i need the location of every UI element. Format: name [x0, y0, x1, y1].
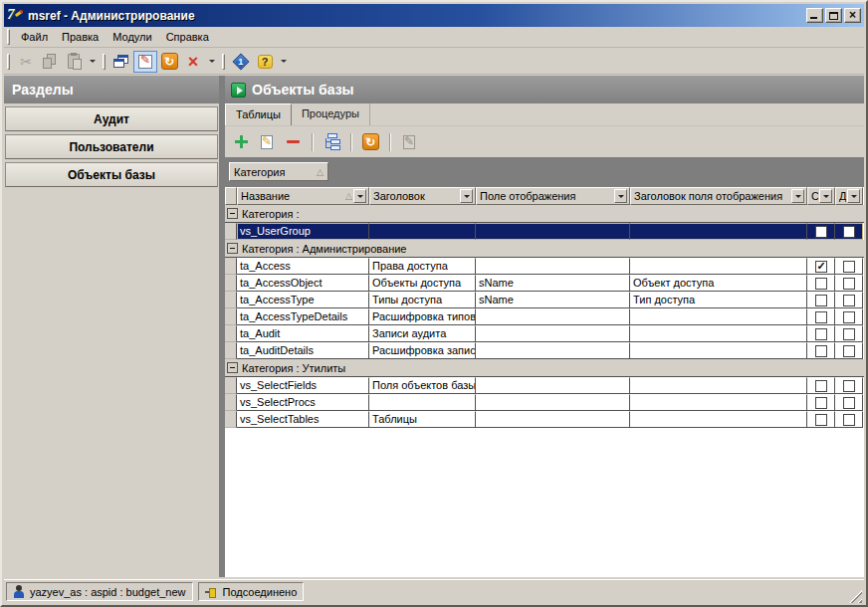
filter-dropdown-icon[interactable]	[847, 189, 860, 203]
cell-check-c	[807, 308, 835, 325]
table-row[interactable]: ta_Audit Записи аудита	[225, 325, 864, 342]
toolbar-grip[interactable]	[7, 54, 10, 70]
filter-dropdown-icon[interactable]	[614, 189, 627, 203]
cut-button[interactable]: ✂	[14, 51, 38, 73]
filter-dropdown-icon[interactable]	[353, 189, 366, 203]
checkbox[interactable]	[815, 414, 827, 426]
checkbox[interactable]	[843, 328, 855, 340]
cell-check-c	[807, 223, 835, 240]
table-row[interactable]: vs_SelectTables Таблицы	[225, 411, 864, 428]
checkbox[interactable]	[843, 380, 855, 392]
column-header-d[interactable]: Д	[835, 187, 863, 205]
cell-display-field	[476, 258, 630, 275]
checkbox[interactable]	[815, 311, 827, 323]
table-row[interactable]: ta_AuditDetails Расшифровка записей	[225, 342, 864, 359]
cell-check-c	[807, 377, 835, 394]
menu-item-help[interactable]: Справка	[159, 28, 216, 46]
close-button[interactable]: ×	[844, 8, 861, 23]
checkbox[interactable]	[815, 278, 827, 290]
table-row[interactable]: ta_AccessTypeDetails Расшифровка типов	[225, 308, 864, 325]
cell-display-field: sName	[476, 292, 630, 308]
checkbox[interactable]	[815, 295, 827, 306]
checkbox[interactable]	[843, 226, 855, 238]
toolbar-grip[interactable]	[222, 54, 225, 70]
add-button[interactable]	[229, 131, 253, 153]
checkbox[interactable]	[815, 380, 827, 392]
cascade-windows-button[interactable]	[109, 51, 133, 73]
section-button-db-objects[interactable]: Объекты базы	[5, 162, 218, 187]
refresh-view-button[interactable]: ↻	[358, 131, 382, 153]
tab-procedures[interactable]: Процедуры	[292, 103, 370, 125]
help-dropdown-icon[interactable]	[281, 60, 287, 63]
tree-button[interactable]	[320, 131, 343, 153]
collapse-icon[interactable]	[227, 243, 238, 254]
cell-display-title	[630, 258, 807, 275]
menu-grip[interactable]	[7, 29, 10, 45]
filter-dropdown-icon[interactable]	[791, 189, 804, 203]
row-indicator	[225, 275, 237, 292]
cell-check-c	[807, 394, 835, 411]
collapse-icon[interactable]	[227, 362, 238, 373]
checkbox[interactable]	[843, 278, 855, 290]
table-row[interactable]: ta_Access Права доступа	[225, 258, 864, 275]
help-button[interactable]: ?	[253, 51, 277, 73]
checkbox[interactable]	[815, 261, 827, 273]
checkbox[interactable]	[843, 397, 855, 409]
resize-grip-icon[interactable]	[849, 590, 862, 603]
cell-check-d	[835, 394, 863, 411]
tab-tables[interactable]: Таблицы	[225, 103, 292, 125]
paste-button[interactable]	[62, 51, 86, 73]
menu-item-file[interactable]: Файл	[14, 28, 55, 46]
checkbox[interactable]	[843, 414, 855, 426]
group-row[interactable]: Категория : Утилиты	[225, 359, 864, 377]
checkbox[interactable]	[815, 345, 827, 357]
cut-icon: ✂	[20, 54, 32, 70]
menu-item-edit[interactable]: Правка	[55, 28, 106, 46]
user-icon	[13, 585, 25, 598]
filter-dropdown-icon[interactable]	[819, 189, 832, 203]
group-row[interactable]: Категория : Администрирование	[225, 240, 864, 258]
title-bar[interactable]: 7 msref - Администрирование ×	[4, 4, 864, 27]
remove-button[interactable]	[281, 131, 305, 153]
column-header-title[interactable]: Заголовок	[369, 187, 476, 205]
checkbox[interactable]	[843, 345, 855, 357]
checkbox[interactable]	[815, 328, 827, 340]
column-header-name[interactable]: Название△	[237, 187, 369, 205]
table-row-selected[interactable]: vs_UserGroup	[225, 223, 864, 240]
column-header-display-title[interactable]: Заголовок поля отображения	[630, 187, 807, 205]
delete-dropdown-icon[interactable]	[209, 60, 215, 63]
cell-display-field	[476, 342, 630, 359]
checkbox[interactable]	[815, 226, 827, 238]
paste-icon	[68, 54, 80, 69]
cell-display-title	[630, 377, 807, 394]
paste-dropdown-icon[interactable]	[90, 60, 96, 63]
info-button[interactable]: 1	[229, 51, 253, 73]
checkbox[interactable]	[843, 295, 855, 306]
maximize-button[interactable]	[825, 8, 842, 23]
group-by-box-category[interactable]: Категория △	[229, 162, 328, 181]
edit-button[interactable]	[255, 131, 279, 153]
cell-check-d	[835, 411, 863, 428]
filter-dropdown-icon[interactable]	[460, 189, 473, 203]
checkbox[interactable]	[843, 261, 855, 273]
group-row[interactable]: Категория :	[225, 205, 864, 223]
menu-item-modules[interactable]: Модули	[106, 28, 158, 46]
cell-display-title: Объект доступа	[630, 275, 807, 292]
section-button-users[interactable]: Пользователи	[5, 134, 218, 159]
delete-button[interactable]: ×	[181, 51, 205, 73]
table-row[interactable]: vs_SelectProcs	[225, 394, 864, 411]
checkbox[interactable]	[843, 311, 855, 323]
refresh-button[interactable]: ↻	[157, 51, 181, 73]
section-button-audit[interactable]: Аудит	[5, 106, 218, 131]
collapse-icon[interactable]	[227, 208, 238, 219]
table-row[interactable]: ta_AccessObject Объекты доступа sName Об…	[225, 275, 864, 292]
table-row[interactable]: ta_AccessType Типы доступа sName Тип дос…	[225, 292, 864, 308]
column-header-display-field[interactable]: Поле отображения	[476, 187, 630, 205]
copy-button[interactable]	[38, 51, 62, 73]
column-header-c[interactable]: С	[807, 187, 835, 205]
checkbox[interactable]	[815, 397, 827, 409]
design-button[interactable]	[133, 51, 157, 73]
minimize-button[interactable]	[806, 8, 823, 23]
table-row[interactable]: vs_SelectFields Поля объектов базы	[225, 377, 864, 394]
toolbar-grip[interactable]	[103, 54, 106, 70]
